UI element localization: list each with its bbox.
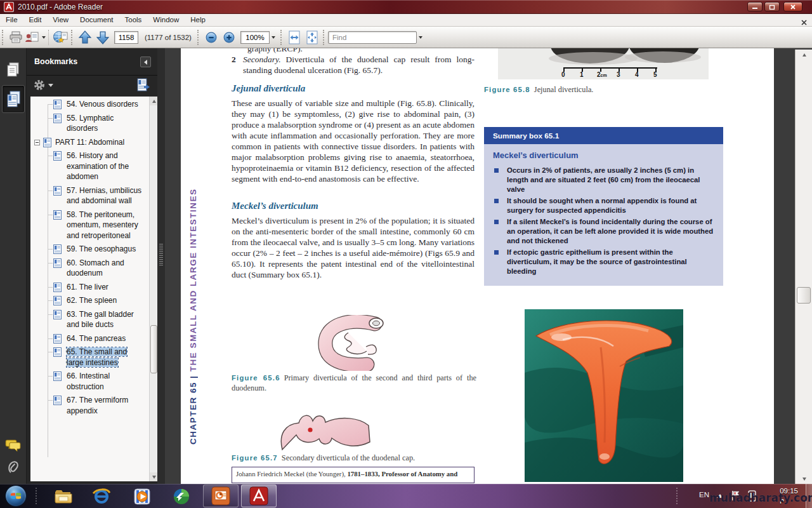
bookmark-item-58[interactable]: 58. The peritoneum, omentum, mesentery a…: [30, 210, 143, 241]
menu-view[interactable]: View: [47, 14, 74, 26]
taskbar-internet-explorer-button[interactable]: [89, 487, 114, 506]
fit-page-icon: [306, 30, 318, 44]
find-input[interactable]: [328, 31, 417, 44]
bookmark-item-56[interactable]: 56. History and examination of the abdom…: [30, 150, 143, 182]
bookmarks-panel-title: Bookmarks: [34, 57, 77, 66]
minimize-button[interactable]: [747, 2, 763, 11]
comments-icon: [5, 439, 22, 453]
page-thumbnails-tab[interactable]: [2, 56, 25, 84]
taskbar-download-manager-button[interactable]: [169, 487, 194, 506]
title-bar: 2010.pdf - Adobe Reader: [0, 0, 812, 14]
meckels-diverticulum-photo: [525, 309, 683, 482]
bookmarks-icon: [5, 90, 22, 108]
restore-button[interactable]: [764, 2, 780, 11]
figure-65-9-photo: [525, 309, 683, 482]
bookmark-item-67[interactable]: 67. The vermiform appendix: [30, 395, 143, 416]
bookmarks-tab[interactable]: [2, 85, 25, 113]
media-player-icon: [133, 488, 151, 505]
bookmark-item-55[interactable]: 55. Lymphatic disorders: [30, 113, 143, 134]
menu-edit[interactable]: Edit: [23, 14, 48, 26]
find-dropdown-caret[interactable]: [419, 36, 422, 39]
taskbar-media-player-button[interactable]: [129, 487, 155, 506]
zoom-in-button[interactable]: [220, 29, 238, 46]
fit-page-button[interactable]: [303, 29, 321, 46]
close-button[interactable]: [783, 2, 802, 11]
summary-bullet: If a silent Meckel’s is found incidental…: [493, 217, 714, 246]
summary-box-header: Summary box 65.1: [484, 127, 723, 144]
figure-65-6-caption: Figure 65.6Primary diverticula of the se…: [232, 373, 476, 393]
locate-bookmark-icon: [136, 78, 151, 92]
paragraph-jejunal: These are usually of variable size and m…: [232, 98, 475, 184]
collaborate-button[interactable]: [51, 29, 69, 46]
summary-box-body: Meckel’s diverticulum Occurs in 2% of pa…: [484, 144, 723, 286]
previous-page-button[interactable]: [76, 29, 94, 46]
page-count-label: (1177 of 1532): [145, 34, 192, 41]
scroll-up-icon[interactable]: [796, 50, 812, 60]
bookmark-item-part11[interactable]: PART 11: Abdominal: [30, 137, 143, 148]
clipped-text-line: graphy (ERCP).: [247, 48, 303, 54]
bookmarks-list: 54. Venous disorders 55. Lymphatic disor…: [30, 97, 152, 481]
start-button[interactable]: [5, 485, 27, 507]
navigation-icon-strip: [0, 48, 27, 484]
email-share-button[interactable]: [25, 29, 46, 46]
collaborate-globe-icon: [52, 30, 69, 44]
bookmark-item-61[interactable]: 61. The liver: [30, 282, 143, 293]
menu-tools[interactable]: Tools: [119, 14, 148, 26]
panel-collapse-button[interactable]: [140, 57, 151, 67]
chapter-number: CHAPTER 65: [188, 382, 198, 444]
attachments-tab[interactable]: [2, 452, 25, 480]
document-scrollbar-thumb[interactable]: [797, 287, 811, 304]
bookmarks-scrollbar[interactable]: [149, 97, 157, 481]
bookmark-item-59[interactable]: 59. The oesophagus: [30, 244, 143, 255]
summary-box-title: Meckel’s diverticulum: [493, 150, 714, 160]
page-number-input[interactable]: [114, 31, 138, 44]
zoom-level-field[interactable]: 100%: [240, 31, 270, 44]
toolbar-grip[interactable]: [2, 30, 5, 45]
scroll-down-icon[interactable]: [796, 474, 812, 484]
bookmark-item-63[interactable]: 63. The gall bladder and bile ducts: [30, 309, 143, 330]
document-scrollbar[interactable]: [795, 50, 812, 484]
heading-meckels-diverticulum: Meckel’s diverticulum: [232, 201, 318, 211]
taskbar-adobe-reader-button[interactable]: [241, 485, 277, 507]
chapter-side-tab: CHAPTER 65 | THE SMALL AND LARGE INTESTI…: [188, 157, 206, 444]
bookmark-item-64[interactable]: 64. The pancreas: [30, 333, 143, 344]
print-button[interactable]: [7, 29, 25, 46]
language-indicator[interactable]: EN: [699, 491, 709, 498]
menu-document[interactable]: Document: [74, 14, 119, 26]
bookmarks-options-button[interactable]: [33, 79, 53, 91]
menu-help[interactable]: Help: [185, 14, 211, 26]
heading-jejunal-diverticula: Jejunal diverticula: [232, 83, 305, 94]
bookmark-item-62[interactable]: 62. The spleen: [30, 295, 143, 306]
taskbar-explorer-button[interactable]: [51, 487, 76, 506]
summary-bullet: It should be sought when a normal append…: [493, 196, 714, 215]
figure-65-7-caption: Figure 65.7Secondary diverticula of the …: [232, 453, 476, 463]
toolbar: (1177 of 1532) 100%: [0, 27, 812, 48]
taskbar-powerpoint-button[interactable]: [203, 485, 239, 507]
goto-current-bookmark-button[interactable]: [136, 78, 151, 95]
bookmark-item-54[interactable]: 54. Venous disorders: [30, 99, 143, 110]
bookmark-item-60[interactable]: 60. Stomach and duodenum: [30, 258, 143, 279]
bookmarks-scrollbar-thumb[interactable]: [150, 325, 157, 373]
biography-footnote: Johann Friedrich Meckel (the Younger), 1…: [232, 467, 475, 483]
site-watermark: muhadharaty.com: [709, 491, 812, 504]
figure-65-7-drawing: [262, 405, 375, 451]
zoom-dropdown-caret[interactable]: [272, 36, 275, 39]
dropdown-caret-icon: [42, 36, 46, 39]
panel-splitter[interactable]: [157, 48, 165, 484]
bookmark-item-57[interactable]: 57. Hernias, umbilicus and abdominal wal…: [30, 185, 143, 206]
figure-65-8-caption: Figure 65.8Jejunal diverticula.: [484, 84, 719, 95]
menu-file[interactable]: File: [0, 14, 23, 26]
main-area: Bookmarks 54. Venous disorders 55. Lymph…: [0, 48, 812, 484]
bookmark-item-66[interactable]: 66. Intestinal obstruction: [30, 371, 143, 392]
next-page-button[interactable]: [94, 29, 112, 46]
taskbar: EN 09:15 م: [0, 484, 812, 508]
internet-explorer-icon: [92, 488, 111, 505]
pdf-page: CHAPTER 65 | THE SMALL AND LARGE INTESTI…: [181, 48, 774, 484]
zoom-out-icon: [206, 32, 217, 43]
menu-bar: File Edit View Document Tools Window Hel…: [0, 14, 812, 27]
menu-window[interactable]: Window: [147, 14, 185, 26]
fit-width-button[interactable]: [285, 29, 303, 46]
bookmark-item-65-selected[interactable]: 65. The small and large intestines: [30, 347, 143, 368]
zoom-out-button[interactable]: [202, 29, 220, 46]
collapse-expander-icon[interactable]: [34, 140, 40, 145]
